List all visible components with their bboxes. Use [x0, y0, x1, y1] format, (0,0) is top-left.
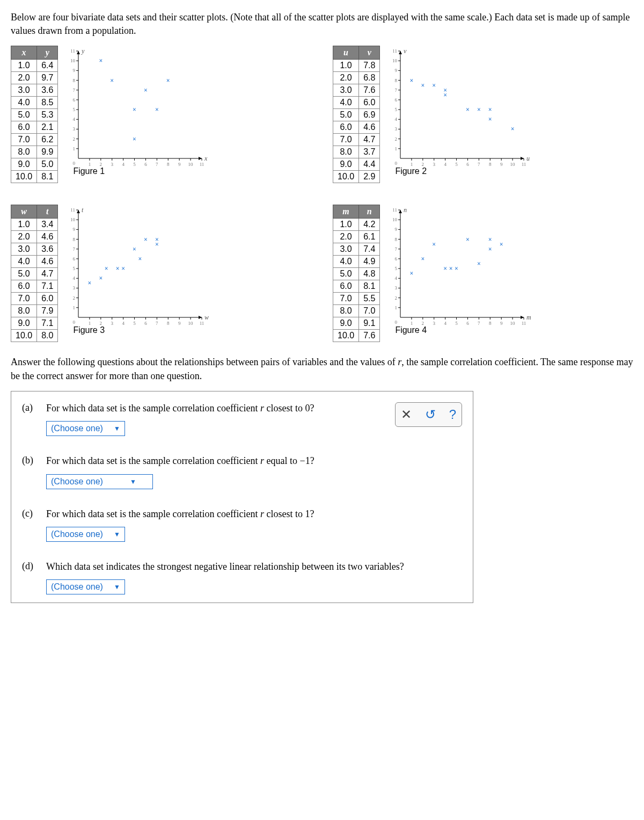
svg-text:8: 8: [395, 78, 398, 83]
svg-text:4: 4: [395, 117, 398, 122]
dropdown-b[interactable]: (Choose one) ▼: [46, 474, 153, 489]
table-row: 10.07.6: [333, 330, 380, 342]
data-panel-4: mn1.04.22.06.13.07.44.04.95.04.86.08.17.…: [333, 205, 633, 342]
svg-text:×: ×: [116, 265, 120, 272]
svg-text:×: ×: [138, 255, 142, 263]
question-b: (b) For which data set is the sample cor…: [22, 455, 462, 502]
question-text: For which data set is the sample correla…: [46, 455, 462, 467]
svg-text:×: ×: [488, 116, 492, 124]
table-row: 6.02.1: [11, 121, 58, 134]
svg-marker-3: [77, 51, 80, 54]
svg-text:5: 5: [395, 266, 398, 271]
table-row: 2.09.7: [11, 72, 58, 84]
svg-text:9: 9: [73, 227, 76, 233]
svg-text:2: 2: [395, 295, 398, 301]
table-row: 8.09.9: [11, 146, 58, 158]
dropdown-d[interactable]: (Choose one) ▼: [46, 579, 125, 594]
svg-text:×: ×: [500, 241, 503, 248]
table-row: 8.03.7: [333, 146, 380, 158]
action-bar: ✕ ↺ ?: [395, 402, 462, 427]
question-text: For which data set is the sample correla…: [46, 402, 395, 415]
svg-text:11: 11: [71, 48, 76, 54]
svg-text:×: ×: [488, 236, 492, 243]
svg-text:×: ×: [421, 255, 425, 263]
svg-text:×: ×: [477, 260, 481, 267]
table-row: 3.07.6: [333, 84, 380, 97]
svg-marker-60: [521, 157, 524, 160]
scatter-plot-1: 112233445566778899101011110xy×××××××: [62, 46, 213, 169]
svg-text:6: 6: [73, 256, 76, 262]
dropdown-c[interactable]: (Choose one) ▼: [46, 527, 125, 542]
svg-text:×: ×: [111, 77, 114, 84]
svg-text:×: ×: [477, 106, 481, 113]
svg-text:6: 6: [73, 97, 76, 103]
data-table-1: xy1.06.42.09.73.03.64.08.55.05.36.02.17.…: [11, 46, 58, 183]
svg-marker-183: [399, 210, 402, 213]
svg-text:×: ×: [99, 275, 103, 282]
svg-text:×: ×: [449, 265, 453, 272]
caret-down-icon: ▼: [114, 425, 120, 432]
svg-text:2: 2: [73, 136, 76, 142]
svg-text:11: 11: [71, 207, 76, 213]
svg-text:0: 0: [395, 161, 398, 166]
table-row: 4.04.6: [11, 256, 58, 268]
question-d: (d) Which data set indicates the stronge…: [22, 561, 462, 597]
table-row: 10.08.1: [11, 171, 58, 183]
table-row: 1.03.4: [11, 219, 58, 231]
svg-text:v: v: [404, 47, 407, 55]
svg-text:n: n: [404, 206, 407, 214]
svg-text:×: ×: [466, 106, 470, 113]
table-row: 4.08.5: [11, 97, 58, 109]
table-row: 1.06.4: [11, 60, 58, 72]
dropdown-a[interactable]: (Choose one) ▼: [46, 421, 125, 436]
reset-icon[interactable]: ↺: [425, 407, 436, 422]
question-label: (a): [22, 402, 38, 413]
dropdown-placeholder: (Choose one): [51, 424, 103, 433]
svg-text:×: ×: [166, 77, 170, 84]
svg-text:×: ×: [144, 236, 148, 243]
table-row: 4.04.9: [333, 256, 380, 268]
svg-text:5: 5: [73, 107, 76, 112]
table-row: 1.04.2: [333, 219, 380, 231]
table-row: 6.04.6: [333, 121, 380, 134]
dropdown-placeholder: (Choose one): [51, 582, 103, 592]
svg-text:1: 1: [395, 146, 398, 151]
svg-text:1: 1: [73, 146, 76, 151]
svg-text:×: ×: [133, 245, 137, 253]
scatter-plot-2: 112233445566778899101011110uv××××××××××: [384, 46, 535, 169]
table-row: 3.07.4: [333, 243, 380, 256]
help-icon[interactable]: ?: [449, 407, 456, 422]
table-row: 8.07.9: [11, 305, 58, 317]
svg-text:w: w: [204, 314, 209, 321]
svg-marker-121: [199, 316, 202, 319]
svg-text:9: 9: [395, 227, 398, 233]
svg-text:u: u: [526, 155, 530, 162]
svg-text:×: ×: [444, 265, 448, 272]
svg-text:4: 4: [395, 276, 398, 281]
clear-icon[interactable]: ✕: [401, 407, 412, 422]
svg-text:7: 7: [395, 246, 398, 252]
svg-text:2: 2: [73, 295, 76, 301]
svg-text:10: 10: [392, 217, 398, 223]
svg-text:8: 8: [395, 237, 398, 242]
svg-text:y: y: [81, 47, 85, 55]
question-a: (a) For which data set is the sample cor…: [22, 402, 395, 449]
data-panel-1: xy1.06.42.09.73.03.64.08.55.05.36.02.17.…: [11, 46, 311, 183]
caret-down-icon: ▼: [114, 583, 120, 591]
svg-text:3: 3: [73, 286, 76, 291]
table-row: 7.06.2: [11, 134, 58, 146]
table-row: 2.06.1: [333, 231, 380, 243]
svg-text:×: ×: [466, 236, 470, 243]
figure-label: Figure 4: [395, 325, 535, 335]
table-row: 6.08.1: [333, 280, 380, 293]
svg-text:9: 9: [395, 68, 398, 74]
svg-text:×: ×: [99, 57, 103, 65]
table-row: 4.06.0: [333, 97, 380, 109]
svg-text:8: 8: [73, 78, 76, 83]
svg-text:7: 7: [395, 88, 398, 93]
table-row: 9.09.1: [333, 317, 380, 330]
dropdown-placeholder: (Choose one): [51, 529, 103, 539]
middle-text: Answer the following questions about the…: [11, 355, 633, 382]
svg-text:10: 10: [70, 59, 76, 64]
svg-text:×: ×: [433, 241, 436, 248]
